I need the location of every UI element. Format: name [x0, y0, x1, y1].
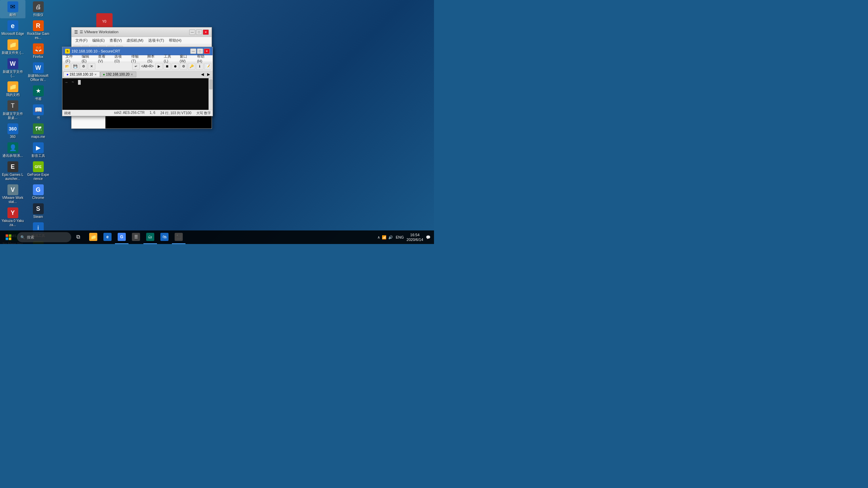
icon-mail-label: 邮件: [9, 13, 16, 17]
scrt-tab-100-20[interactable]: ● 192.168.100.20 ✕: [100, 72, 137, 77]
windows-logo-icon: [5, 234, 12, 241]
vmware-menu-help[interactable]: 帮助(H): [167, 37, 183, 44]
securecrt-terminal[interactable]: → ~: [62, 78, 213, 110]
icon-firefox[interactable]: 🦊 Firefox: [25, 42, 51, 60]
scrt-tb-stop2[interactable]: ⏹: [163, 63, 171, 70]
icon-contacts-label: 通讯录/联系...: [2, 154, 23, 158]
icon-securecrt-label[interactable]: T 新建文字文件 新桌...: [0, 99, 25, 121]
scrt-tb-settings2[interactable]: ⚙: [180, 63, 187, 70]
icon-yakuza-label: Yakuza 0 Yakuza...: [1, 219, 24, 227]
taskbar-time-display[interactable]: 16:54 2020/6/14: [407, 232, 423, 242]
vmware-menu-view[interactable]: 查看(V): [107, 37, 124, 44]
vmware-close-btn[interactable]: ✕: [203, 29, 209, 35]
icon-word1[interactable]: W 新建文字文件 (...: [0, 57, 25, 79]
icon-firefox-label: Firefox: [33, 55, 43, 59]
scrt-tb-info[interactable]: ℹ: [196, 63, 203, 70]
icon-vmware-desk[interactable]: V VMware Workstat...: [0, 183, 25, 205]
scrt-tb-1[interactable]: 📂: [63, 63, 71, 70]
taskbar-app-terminal[interactable]: ⬛: [172, 230, 185, 244]
scrt-tb-4[interactable]: ✕: [88, 63, 95, 70]
icon-folder[interactable]: 📁 新建文件夹 (...: [0, 38, 25, 56]
taskbar-app-chrome[interactable]: G: [115, 230, 129, 244]
scrt-menu-edit[interactable]: 编辑(E): [80, 53, 96, 64]
scrt-menu-script[interactable]: 脚本(S): [145, 53, 161, 64]
scrt-menu-transfer[interactable]: 传输(T): [129, 53, 145, 64]
start-button[interactable]: [0, 230, 17, 244]
icon-nvidia[interactable]: GFE GeForce Experience: [25, 160, 51, 182]
taskbar-tray: ∧ 📶 🔊 ENG 16:54 2020/6/14 💬: [377, 232, 434, 242]
icon-word2[interactable]: W 新建Microsoft Office W...: [25, 61, 51, 83]
scrt-tb-3[interactable]: ⚙: [80, 63, 87, 70]
vmware-minimize-btn[interactable]: —: [189, 29, 195, 35]
scrt-menu-options[interactable]: 选项(O): [112, 53, 129, 64]
mail-icon: ✉: [7, 1, 18, 12]
taskbar-app-explorer[interactable]: 📁: [86, 230, 100, 244]
icon-word2-label: 新建Microsoft Office W...: [27, 74, 50, 82]
icon-steam[interactable]: S Steam: [25, 202, 51, 220]
scrt-menu-file[interactable]: 文件(F): [63, 53, 80, 64]
terminal-scrollbar[interactable]: [209, 78, 213, 110]
scrt-tab-active-indicator: ●: [66, 73, 68, 76]
tray-volume[interactable]: 🔊: [388, 235, 393, 240]
icon-360[interactable]: 360 360: [0, 122, 25, 140]
icon-book[interactable]: 📖 书: [25, 103, 51, 121]
vmware-menu-edit[interactable]: 编辑(E): [90, 37, 107, 44]
securecrt-title-text: 192.168.100.10 - SecureCRT: [72, 49, 190, 53]
epic-icon: E: [7, 161, 18, 172]
taskbar-terminal-icon: ⬛: [175, 233, 183, 241]
scrt-menu-window[interactable]: 窗口(W): [178, 53, 195, 64]
icon-yakuza[interactable]: Y Yakuza 0 Yakuza...: [0, 206, 25, 228]
icon-chrome[interactable]: G Chrome: [25, 183, 51, 201]
icon-mydocs[interactable]: 📁 我的文档: [0, 80, 25, 98]
taskbar-search-box[interactable]: 🔍 搜索: [17, 232, 71, 242]
vmware-menu-tabs[interactable]: 选项卡(T): [146, 37, 166, 44]
icon-rockstar[interactable]: R RockStar Games...: [25, 19, 51, 41]
scrt-tab-100-10-close[interactable]: ✕: [94, 73, 97, 76]
scrt-tb-run[interactable]: ▶: [155, 63, 163, 70]
icon-mapsme[interactable]: 🗺 maps.me: [25, 122, 51, 140]
taskbar-taskview[interactable]: ⧉: [71, 230, 85, 244]
status-encryption: ssh2: AES-256-CTR: [114, 111, 144, 116]
icon-mail[interactable]: ✉ 邮件: [0, 0, 25, 18]
vmware-maximize-btn[interactable]: □: [196, 29, 202, 35]
taskbar-unknown-icon: ☰: [132, 233, 140, 241]
scrt-menu-view[interactable]: 查看(V): [96, 53, 112, 64]
nvidia-icon: GFE: [33, 161, 44, 172]
icon-scanner[interactable]: 🖨 扫描仪: [25, 0, 51, 18]
taskbar-app-edge[interactable]: e: [101, 230, 114, 244]
icon-epic-label: Epic Games Launcher...: [1, 173, 24, 181]
vmware-menu-file[interactable]: 文件(F): [73, 37, 90, 44]
scrt-tab-active-indicator2: ●: [103, 73, 105, 76]
securecrt-session-tabs: ● 192.168.100.10 ✕ ● 192.168.100.20 ✕ ◀ …: [62, 71, 213, 78]
vmware-menu-vm[interactable]: 虚拟机(M): [124, 37, 145, 44]
scrt-menu-help[interactable]: 帮助(H): [195, 53, 212, 64]
scrt-tb-log[interactable]: 📝: [204, 63, 212, 70]
tray-network[interactable]: 📶: [382, 235, 387, 240]
status-ready: 就绪: [64, 111, 71, 116]
taskbar-app-store[interactable]: 🛍: [158, 230, 171, 244]
icon-video[interactable]: ▶ 影音工具: [25, 141, 51, 159]
tray-lang[interactable]: ENG: [396, 235, 404, 239]
scrt-tb-2[interactable]: 💾: [72, 63, 79, 70]
icon-bookmark[interactable]: ★ 书签: [25, 84, 51, 102]
scrt-tab-100-10[interactable]: ● 192.168.100.10 ✕: [63, 72, 100, 77]
tray-expand[interactable]: ∧: [377, 235, 380, 240]
vmware-titlebar: ☰ ☰ VMware Workstation — □ ✕: [72, 27, 212, 37]
scrt-tab-100-20-close[interactable]: ✕: [131, 73, 133, 76]
scrt-tb-enter[interactable]: ↵: [132, 63, 140, 70]
icon-edge[interactable]: e Microsoft Edge: [0, 19, 25, 37]
icon-epic[interactable]: E Epic Games Launcher...: [0, 160, 25, 182]
icon-book-label: 书: [37, 116, 40, 120]
taskbar-notification[interactable]: 💬: [426, 235, 431, 240]
scrt-tb-key[interactable]: 🔑: [188, 63, 195, 70]
terminal-space2: [75, 80, 77, 84]
icon-rockstar-label: RockStar Games...: [27, 32, 50, 40]
scrt-tb-rec[interactable]: ⏺: [172, 63, 179, 70]
icon-contacts[interactable]: 👤 通讯录/联系...: [0, 141, 25, 159]
scrt-tab-nav-right[interactable]: ▶: [205, 72, 212, 77]
terminal-space: [68, 80, 71, 84]
taskbar-app-files[interactable]: 🗂: [143, 230, 157, 244]
scrt-tab-nav-left[interactable]: ◀: [199, 72, 205, 77]
taskbar-app-unknown[interactable]: ☰: [129, 230, 143, 244]
scrt-menu-tools[interactable]: 工具(L): [162, 53, 178, 64]
